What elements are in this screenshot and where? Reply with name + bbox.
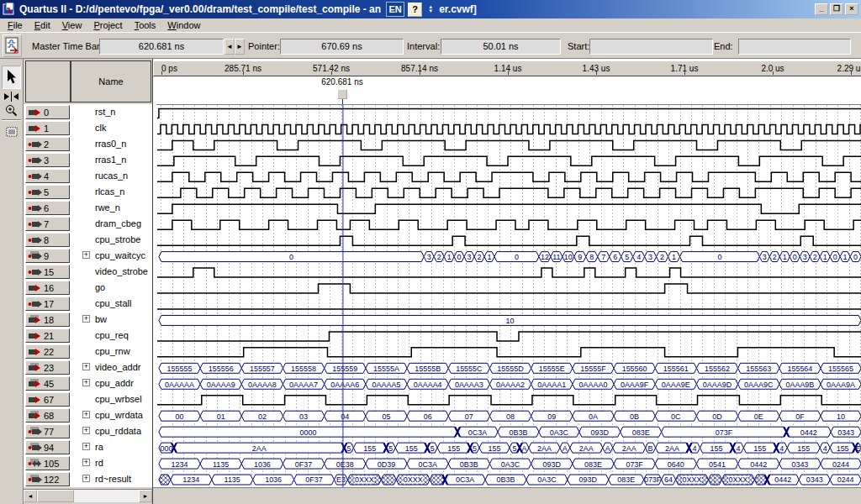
wave-row-cpu_wrdata[interactable]: 000102030405060708090A0B0C0D0E0F10 [159, 411, 861, 421]
signal-row-cpu_stall[interactable]: 17cpu_stall [24, 296, 152, 312]
wave-row-cpu_rddata[interactable]: 00000C3A0B3B0A3C093D083E073F04420343 [159, 427, 861, 437]
signal-handle-cell[interactable]: 1 [25, 121, 70, 135]
expand-plus-icon[interactable]: + [82, 443, 90, 450]
signal-handle-cell[interactable]: 23 [25, 360, 70, 375]
signal-handle-cell[interactable]: 9 [25, 249, 70, 263]
full-screen-button[interactable] [2, 124, 21, 139]
signal-handle-cell[interactable]: 4 [25, 169, 70, 183]
signal-row-cpu_rnw[interactable]: 22cpu_rnw [24, 344, 152, 360]
wave-row-video_addr[interactable]: 15555515555615555715555815555915555A1555… [159, 363, 861, 373]
language-badge[interactable]: EN [386, 2, 404, 17]
signal-handle-cell[interactable]: 94 [25, 440, 70, 454]
expand-plus-icon[interactable]: + [82, 363, 90, 370]
master-time-bar-track[interactable]: 620.681 ns [153, 76, 861, 104]
signal-row-rras0_n[interactable]: 2rras0_n [24, 136, 152, 152]
signal-handle-cell[interactable]: 16 [25, 281, 70, 295]
minimize-button[interactable]: _ [815, 3, 828, 15]
signal-handle-cell[interactable]: 21 [25, 328, 70, 343]
signal-row-ra[interactable]: 94+ra [24, 439, 152, 455]
signal-row-cpu_req[interactable]: 21cpu_req [24, 328, 152, 344]
signal-handle-cell[interactable]: 77 [25, 424, 70, 438]
expand-plus-icon[interactable]: + [82, 379, 90, 386]
signal-handle-cell[interactable]: 122 [25, 472, 70, 486]
expand-plus-icon[interactable]: + [82, 475, 90, 482]
signal-row-rlcas_n[interactable]: 5rlcas_n [24, 184, 152, 200]
wave-row-rd[interactable]: 1234113510360F370E380D390C3A0B3B0A3C093D… [159, 459, 861, 469]
signal-row-clk[interactable]: 1clk [24, 120, 152, 136]
signal-handle-cell[interactable]: 45 [25, 376, 70, 391]
wave-row-rras1_n[interactable] [157, 156, 861, 165]
signal-row-cpu_strobe[interactable]: 8cpu_strobe [24, 232, 152, 248]
wave-row-ra[interactable]: 0002AA51555155515551555A2AAA2AAA2AAB2AA4… [159, 443, 861, 453]
signal-row-rucas_n[interactable]: 4rucas_n [24, 168, 152, 184]
signal-row-cpu_rddata[interactable]: 77+cpu_rddata [24, 423, 152, 439]
menu-project[interactable]: Project [88, 19, 129, 31]
signal-handle-cell[interactable]: 8 [25, 233, 70, 247]
signal-row-video_addr[interactable]: 23+video_addr [24, 360, 152, 375]
wave-row-cpu_waitcyc[interactable]: 03210321012111098765432103210321010 [159, 252, 861, 262]
help-icon[interactable]: ? [408, 3, 422, 17]
signal-handle-cell[interactable]: 3 [25, 153, 70, 167]
wave-row-dram_cbeg[interactable] [157, 220, 861, 229]
signal-handle-cell[interactable]: 5 [25, 185, 70, 199]
expand-plus-icon[interactable]: + [82, 251, 90, 259]
master-time-bar-field[interactable]: 620.681 ns [99, 39, 224, 55]
start-field[interactable] [589, 39, 713, 55]
signal-row-video_strobe[interactable]: 15video_strobe [24, 264, 152, 280]
signal-row-bw[interactable]: 18+bw [24, 312, 152, 328]
menu-file[interactable]: File [3, 19, 29, 31]
expand-plus-icon[interactable]: + [82, 411, 90, 418]
time-bar-tool-button[interactable] [2, 90, 21, 102]
signal-handle-cell[interactable]: 7 [25, 217, 70, 231]
signal-handle-cell[interactable]: 15 [25, 265, 70, 279]
restore-button[interactable]: ❐ [830, 3, 843, 15]
master-time-spin-left[interactable]: ◄ [224, 39, 235, 55]
signal-handle-cell[interactable]: 2 [25, 137, 70, 151]
scrollbar-thumb[interactable] [37, 490, 74, 502]
wave-row-bw[interactable]: 10 [159, 315, 861, 325]
menu-view[interactable]: View [57, 19, 89, 31]
signal-row-dram_cbeg[interactable]: 7dram_cbeg [24, 216, 152, 232]
expand-plus-icon[interactable]: + [82, 315, 90, 323]
end-field[interactable] [738, 39, 851, 55]
signal-handle-cell[interactable]: 67 [25, 392, 70, 407]
menu-edit[interactable]: Edit [29, 19, 57, 31]
selection-tool-button[interactable] [2, 66, 21, 89]
signal-handle-cell[interactable]: 18 [25, 312, 70, 327]
master-time-bar-handle[interactable] [337, 89, 347, 99]
signal-handle-cell[interactable]: 6 [25, 201, 70, 215]
signal-row-cpu_waitcyc[interactable]: 9+cpu_waitcyc [24, 248, 152, 264]
wave-row-go[interactable] [157, 284, 861, 293]
wave-row-cpu_addr[interactable]: 0AAAAA0AAAA90AAAA80AAAA70AAAA60AAAA50AAA… [159, 379, 861, 389]
signal-row-rd[interactable]: 105+rd [24, 455, 152, 471]
time-axis[interactable]: 0 ps285.71 ns571.42 ns857.14 ns1.14 us1.… [153, 60, 861, 76]
close-button[interactable]: × [845, 3, 858, 15]
waveform-editor-icon[interactable] [3, 34, 22, 57]
zoom-tool-button[interactable] [2, 103, 21, 117]
expand-plus-icon[interactable]: + [82, 427, 90, 434]
lang-arrows-icon[interactable]: ▲▼ [425, 3, 436, 16]
signal-handle-cell[interactable]: 17 [25, 297, 70, 311]
signal-handle-cell[interactable]: 68 [25, 408, 70, 423]
name-panel-hscrollbar[interactable]: ◄ ► [24, 489, 152, 502]
signal-row-cpu_wrbsel[interactable]: 67cpu_wrbsel [24, 391, 152, 407]
menu-tools[interactable]: Tools [129, 19, 163, 31]
signal-row-go[interactable]: 16go [24, 280, 152, 296]
wave-row-cpu_rnw[interactable] [157, 348, 861, 357]
expand-plus-icon[interactable]: + [82, 459, 90, 466]
signal-handle-cell[interactable]: 22 [25, 344, 70, 359]
signal-handle-cell[interactable]: 0 [25, 105, 70, 119]
signal-row-cpu_wrdata[interactable]: 68+cpu_wrdata [24, 407, 152, 423]
signal-row-rst_n[interactable]: 0rst_n [24, 104, 152, 120]
waveform-canvas[interactable]: 0321032101211109876543210321032101010155… [156, 104, 861, 487]
signal-handle-cell[interactable]: 105 [25, 456, 70, 470]
signal-row-cpu_addr[interactable]: 45+cpu_addr [24, 375, 152, 391]
menu-window[interactable]: Window [162, 19, 207, 31]
scroll-right-arrow[interactable]: ► [139, 490, 152, 502]
signal-row-rd~result[interactable]: 122+rd~result [24, 471, 152, 487]
signal-row-rras1_n[interactable]: 3rras1_n [24, 152, 152, 168]
signal-row-rwe_n[interactable]: 6rwe_n [24, 200, 152, 216]
master-time-spin-right[interactable]: ► [235, 39, 245, 55]
wave-row-rd~result[interactable]: 1234113510360F37E30XXX0XXX0C3A0B3B0A3C09… [159, 475, 861, 485]
scroll-left-arrow[interactable]: ◄ [24, 490, 37, 502]
